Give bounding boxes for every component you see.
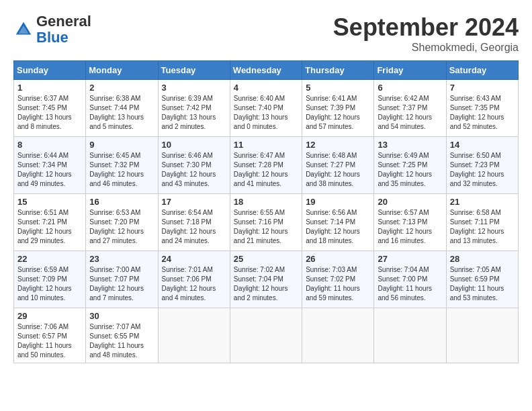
weekday-header: Monday (86, 61, 158, 80)
calendar-cell: 7Sunrise: 6:43 AMSunset: 7:35 PMDaylight… (446, 80, 518, 137)
day-number: 27 (378, 254, 442, 264)
calendar-cell: 23Sunrise: 7:00 AMSunset: 7:07 PMDayligh… (86, 251, 158, 308)
day-number: 2 (89, 83, 154, 93)
calendar-cell: 19Sunrise: 6:56 AMSunset: 7:14 PMDayligh… (302, 194, 374, 251)
weekday-header-row: SundayMondayTuesdayWednesdayThursdayFrid… (14, 61, 519, 80)
day-number: 29 (17, 311, 82, 321)
day-number: 25 (234, 254, 298, 264)
calendar-week-row: 1Sunrise: 6:37 AMSunset: 7:45 PMDaylight… (14, 80, 519, 137)
calendar-cell: 12Sunrise: 6:48 AMSunset: 7:27 PMDayligh… (302, 137, 374, 194)
day-number: 1 (17, 83, 82, 93)
calendar-table: SundayMondayTuesdayWednesdayThursdayFrid… (13, 60, 519, 363)
day-number: 23 (89, 254, 154, 264)
calendar-cell: 27Sunrise: 7:04 AMSunset: 7:00 PMDayligh… (374, 251, 446, 308)
calendar-cell: 9Sunrise: 6:45 AMSunset: 7:32 PMDaylight… (86, 137, 158, 194)
calendar-cell: 14Sunrise: 6:50 AMSunset: 7:23 PMDayligh… (446, 137, 518, 194)
calendar-cell: 30Sunrise: 7:07 AMSunset: 6:55 PMDayligh… (86, 308, 158, 363)
logo-blue: Blue (36, 30, 91, 46)
day-number: 9 (89, 140, 154, 150)
day-number: 20 (378, 197, 442, 207)
day-number: 22 (17, 254, 82, 264)
day-number: 14 (450, 140, 515, 150)
cell-details: Sunrise: 6:57 AMSunset: 7:13 PMDaylight:… (378, 208, 442, 246)
day-number: 13 (378, 140, 442, 150)
calendar-cell (230, 308, 302, 363)
day-number: 30 (89, 311, 154, 321)
calendar-cell: 16Sunrise: 6:53 AMSunset: 7:20 PMDayligh… (86, 194, 158, 251)
cell-details: Sunrise: 6:47 AMSunset: 7:28 PMDaylight:… (234, 151, 298, 189)
logo: General Blue (13, 13, 91, 46)
weekday-header: Tuesday (158, 61, 230, 80)
day-number: 7 (450, 83, 515, 93)
cell-details: Sunrise: 6:51 AMSunset: 7:21 PMDaylight:… (17, 208, 82, 246)
cell-details: Sunrise: 7:06 AMSunset: 6:57 PMDaylight:… (17, 322, 82, 360)
day-number: 3 (162, 83, 226, 93)
calendar-cell: 4Sunrise: 6:40 AMSunset: 7:40 PMDaylight… (230, 80, 302, 137)
cell-details: Sunrise: 6:38 AMSunset: 7:44 PMDaylight:… (89, 94, 154, 132)
day-number: 16 (89, 197, 154, 207)
calendar-cell: 20Sunrise: 6:57 AMSunset: 7:13 PMDayligh… (374, 194, 446, 251)
calendar-cell: 17Sunrise: 6:54 AMSunset: 7:18 PMDayligh… (158, 194, 230, 251)
calendar-cell: 10Sunrise: 6:46 AMSunset: 7:30 PMDayligh… (158, 137, 230, 194)
calendar-cell (374, 308, 446, 363)
calendar-cell: 11Sunrise: 6:47 AMSunset: 7:28 PMDayligh… (230, 137, 302, 194)
cell-details: Sunrise: 6:54 AMSunset: 7:18 PMDaylight:… (162, 208, 226, 246)
calendar-cell: 8Sunrise: 6:44 AMSunset: 7:34 PMDaylight… (14, 137, 86, 194)
day-number: 10 (162, 140, 226, 150)
calendar-week-row: 29Sunrise: 7:06 AMSunset: 6:57 PMDayligh… (14, 308, 519, 363)
day-number: 11 (234, 140, 298, 150)
calendar-cell (302, 308, 374, 363)
title-block: September 2024 Shemokmedi, Georgia (333, 13, 519, 54)
calendar-cell: 21Sunrise: 6:58 AMSunset: 7:11 PMDayligh… (446, 194, 518, 251)
logo-general: General (36, 13, 91, 30)
calendar-week-row: 22Sunrise: 6:59 AMSunset: 7:09 PMDayligh… (14, 251, 519, 308)
cell-details: Sunrise: 6:37 AMSunset: 7:45 PMDaylight:… (17, 94, 82, 132)
day-number: 19 (306, 197, 370, 207)
calendar-week-row: 8Sunrise: 6:44 AMSunset: 7:34 PMDaylight… (14, 137, 519, 194)
location: Shemokmedi, Georgia (333, 42, 519, 54)
day-number: 15 (17, 197, 82, 207)
cell-details: Sunrise: 6:40 AMSunset: 7:40 PMDaylight:… (234, 94, 298, 132)
cell-details: Sunrise: 6:43 AMSunset: 7:35 PMDaylight:… (450, 94, 515, 132)
cell-details: Sunrise: 6:39 AMSunset: 7:42 PMDaylight:… (162, 94, 226, 132)
logo-icon (13, 19, 34, 40)
day-number: 17 (162, 197, 226, 207)
calendar-cell: 2Sunrise: 6:38 AMSunset: 7:44 PMDaylight… (86, 80, 158, 137)
calendar-cell: 18Sunrise: 6:55 AMSunset: 7:16 PMDayligh… (230, 194, 302, 251)
calendar-cell: 22Sunrise: 6:59 AMSunset: 7:09 PMDayligh… (14, 251, 86, 308)
calendar-cell: 3Sunrise: 6:39 AMSunset: 7:42 PMDaylight… (158, 80, 230, 137)
day-number: 24 (162, 254, 226, 264)
weekday-header: Saturday (446, 61, 518, 80)
cell-details: Sunrise: 6:42 AMSunset: 7:37 PMDaylight:… (378, 94, 442, 132)
cell-details: Sunrise: 6:48 AMSunset: 7:27 PMDaylight:… (306, 151, 370, 189)
cell-details: Sunrise: 7:07 AMSunset: 6:55 PMDaylight:… (89, 322, 154, 360)
calendar-cell: 1Sunrise: 6:37 AMSunset: 7:45 PMDaylight… (14, 80, 86, 137)
cell-details: Sunrise: 7:04 AMSunset: 7:00 PMDaylight:… (378, 265, 442, 303)
day-number: 5 (306, 83, 370, 93)
day-number: 6 (378, 83, 442, 93)
weekday-header: Wednesday (230, 61, 302, 80)
month-title: September 2024 (333, 13, 519, 42)
cell-details: Sunrise: 6:59 AMSunset: 7:09 PMDaylight:… (17, 265, 82, 303)
calendar-cell (446, 308, 518, 363)
calendar-cell: 24Sunrise: 7:01 AMSunset: 7:06 PMDayligh… (158, 251, 230, 308)
cell-details: Sunrise: 7:01 AMSunset: 7:06 PMDaylight:… (162, 265, 226, 303)
calendar-cell: 29Sunrise: 7:06 AMSunset: 6:57 PMDayligh… (14, 308, 86, 363)
cell-details: Sunrise: 6:56 AMSunset: 7:14 PMDaylight:… (306, 208, 370, 246)
cell-details: Sunrise: 6:49 AMSunset: 7:25 PMDaylight:… (378, 151, 442, 189)
calendar-cell: 13Sunrise: 6:49 AMSunset: 7:25 PMDayligh… (374, 137, 446, 194)
calendar-cell (158, 308, 230, 363)
cell-details: Sunrise: 6:53 AMSunset: 7:20 PMDaylight:… (89, 208, 154, 246)
day-number: 18 (234, 197, 298, 207)
calendar-cell: 26Sunrise: 7:03 AMSunset: 7:02 PMDayligh… (302, 251, 374, 308)
cell-details: Sunrise: 7:02 AMSunset: 7:04 PMDaylight:… (234, 265, 298, 303)
cell-details: Sunrise: 7:03 AMSunset: 7:02 PMDaylight:… (306, 265, 370, 303)
calendar-cell: 25Sunrise: 7:02 AMSunset: 7:04 PMDayligh… (230, 251, 302, 308)
calendar-cell: 6Sunrise: 6:42 AMSunset: 7:37 PMDaylight… (374, 80, 446, 137)
cell-details: Sunrise: 6:41 AMSunset: 7:39 PMDaylight:… (306, 94, 370, 132)
calendar-cell: 15Sunrise: 6:51 AMSunset: 7:21 PMDayligh… (14, 194, 86, 251)
cell-details: Sunrise: 6:58 AMSunset: 7:11 PMDaylight:… (450, 208, 515, 246)
calendar-cell: 28Sunrise: 7:05 AMSunset: 6:59 PMDayligh… (446, 251, 518, 308)
day-number: 28 (450, 254, 515, 264)
page-header: General Blue September 2024 Shemokmedi, … (13, 13, 519, 54)
